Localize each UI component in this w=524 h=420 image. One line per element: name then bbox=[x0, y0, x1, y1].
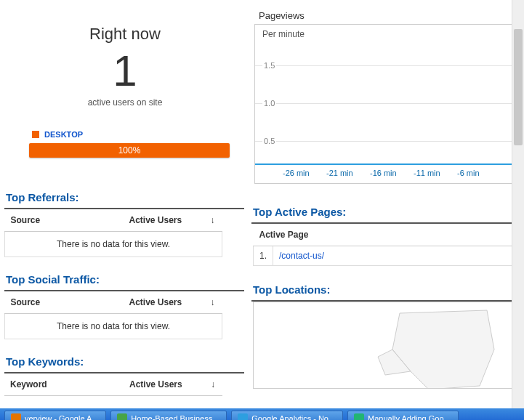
col-keyword[interactable]: Keyword bbox=[4, 373, 124, 396]
col-active-users[interactable]: Active Users bbox=[124, 291, 203, 314]
keywords-table: Keyword Active Users ↓ bbox=[4, 373, 222, 396]
y-tick: 1.5 bbox=[262, 61, 276, 70]
gridline bbox=[255, 65, 523, 66]
legend-color-desktop bbox=[32, 131, 39, 138]
sort-icon[interactable]: ↓ bbox=[203, 209, 222, 232]
scrollbar-thumb[interactable] bbox=[514, 29, 523, 145]
col-active-users[interactable]: Active Users bbox=[124, 373, 203, 396]
row-index: 1. bbox=[254, 246, 273, 266]
referrals-empty: There is no data for this view. bbox=[5, 232, 222, 257]
col-active-users[interactable]: Active Users bbox=[124, 209, 203, 232]
active-pages-table: Active Page 1. /contact-us/ bbox=[253, 224, 515, 266]
section-title-locations: Top Locations: bbox=[250, 266, 524, 299]
section-title-active-pages: Top Active Pages: bbox=[250, 184, 524, 221]
chart-mode-label: Per minute bbox=[262, 29, 305, 39]
y-tick: 0.5 bbox=[262, 137, 276, 145]
x-tick: -21 min bbox=[326, 169, 353, 177]
device-legend: DESKTOP bbox=[3, 129, 247, 143]
col-source[interactable]: Source bbox=[5, 209, 124, 232]
page-link[interactable]: /contact-us/ bbox=[279, 251, 324, 261]
table-row[interactable]: 1. /contact-us/ bbox=[254, 246, 515, 266]
pageviews-title: Pageviews bbox=[250, 0, 524, 24]
x-tick: -11 min bbox=[414, 169, 440, 177]
section-title-referrals: Top Referrals: bbox=[3, 158, 247, 206]
social-empty: There is no data for this view. bbox=[5, 314, 222, 339]
scrollbar[interactable] bbox=[512, 0, 524, 396]
active-users-count: 1 bbox=[3, 44, 247, 97]
x-tick: -16 min bbox=[370, 169, 397, 177]
locations-map[interactable] bbox=[253, 302, 524, 389]
referrals-table: Source Active Users ↓ There is no data f… bbox=[4, 209, 222, 257]
sort-icon[interactable]: ↓ bbox=[203, 291, 222, 314]
active-users-sub: active users on site bbox=[3, 97, 247, 129]
legend-label-desktop: DESKTOP bbox=[44, 130, 83, 139]
social-table: Source Active Users ↓ There is no data f… bbox=[4, 291, 222, 339]
active-page-link[interactable]: /contact-us/ bbox=[273, 246, 515, 266]
pageviews-chart: Per minute 1.5 1.0 0.5 -26 min -21 min -… bbox=[254, 24, 524, 184]
map-region-icon bbox=[342, 306, 501, 389]
x-tick: -26 min bbox=[283, 169, 310, 177]
gridline bbox=[255, 141, 523, 142]
section-title-keywords: Top Keywords: bbox=[3, 339, 247, 371]
right-now-title: Right now bbox=[3, 0, 247, 44]
device-bar-desktop: 100% bbox=[29, 143, 230, 158]
col-active-page[interactable]: Active Page bbox=[254, 224, 515, 246]
x-tick: -6 min bbox=[457, 169, 480, 177]
sort-icon[interactable]: ↓ bbox=[203, 373, 222, 396]
y-tick: 1.0 bbox=[262, 99, 276, 108]
baseline bbox=[255, 163, 523, 165]
col-source[interactable]: Source bbox=[5, 291, 124, 314]
section-title-social: Top Social Traffic: bbox=[3, 257, 247, 288]
gridline bbox=[255, 103, 523, 104]
